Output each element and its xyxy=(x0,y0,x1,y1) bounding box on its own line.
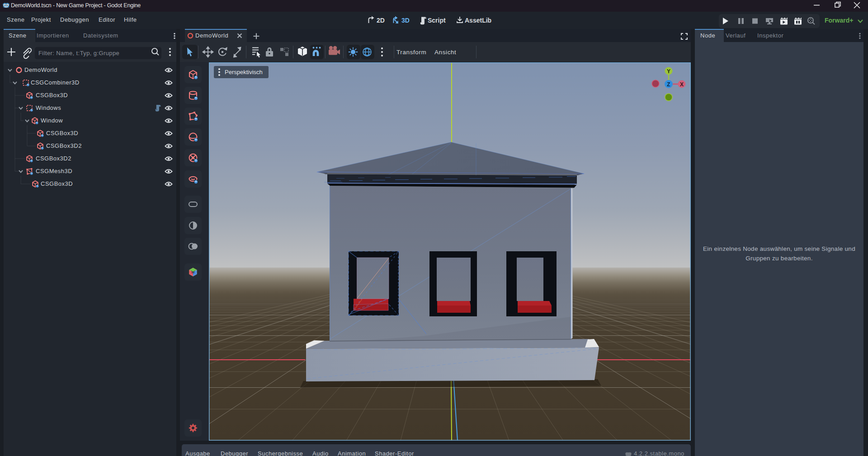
svg-text:Perspektivisch: Perspektivisch xyxy=(225,69,263,75)
svg-text:Ansicht: Ansicht xyxy=(434,49,456,56)
svg-text:Script: Script xyxy=(428,17,446,24)
svg-text:AssetLib: AssetLib xyxy=(465,17,491,24)
svg-text:2D: 2D xyxy=(377,17,385,24)
svg-text:Z: Z xyxy=(667,81,670,88)
svg-text:X: X xyxy=(680,81,684,88)
svg-text:3D: 3D xyxy=(401,17,410,24)
svg-text:Y: Y xyxy=(667,68,670,75)
svg-text:Transform: Transform xyxy=(396,49,426,56)
